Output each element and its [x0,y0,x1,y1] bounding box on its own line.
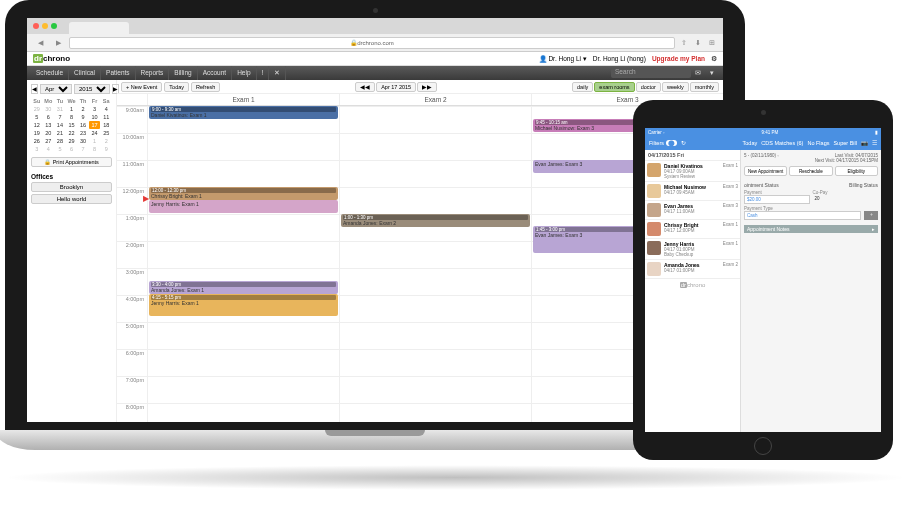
view-weekly-button[interactable]: weekly [662,82,689,92]
list-item[interactable]: Chrissy Bright04/17 12:00PMExam 1 [645,220,740,239]
office-item[interactable]: Brooklyn [31,182,112,192]
calendar-day[interactable]: 6 [43,113,55,121]
calendar-day[interactable]: 9 [100,145,112,153]
browser-tab[interactable] [69,22,129,34]
year-select[interactable]: 2015 [74,84,110,94]
appointment-block[interactable]: 9:00 - 9:30 amDaniel Kivatinos: Exam 1 [149,106,338,119]
payment-field[interactable]: $20.00 [744,195,810,204]
minimize-icon[interactable] [42,23,48,29]
calendar-day[interactable]: 5 [31,113,43,121]
calendar-day[interactable]: 19 [31,129,43,137]
calendar-day[interactable]: 1 [66,105,78,113]
view-doctor-button[interactable]: doctor [636,82,661,92]
calendar-day[interactable]: 2 [100,137,112,145]
prev-month-button[interactable]: ◀ [31,84,38,94]
filters-button[interactable]: Filters ⬤ [649,140,677,146]
list-item[interactable]: Jenny Harris04/17 01:00PMBaby CheckupExa… [645,239,740,260]
calendar-day[interactable]: 29 [66,137,78,145]
month-select[interactable]: Apr [40,84,72,94]
current-date[interactable]: Apr 17 2015 [376,82,416,92]
nav-clinical[interactable]: Clinical [69,66,101,80]
calendar-day[interactable]: 31 [54,105,66,113]
nav-icon[interactable]: ! [257,66,270,80]
payment-type-field[interactable]: Cash [744,211,861,220]
calendar-day[interactable]: 7 [77,145,89,153]
nav-reports[interactable]: Reports [136,66,170,80]
today-button[interactable]: Today [164,82,189,92]
close-icon[interactable] [33,23,39,29]
calendar-day[interactable]: 1 [89,137,101,145]
add-payment-button[interactable]: ＋ [864,211,878,220]
back-icon[interactable]: ◀ [33,37,47,49]
calendar-day[interactable]: 29 [31,105,43,113]
appointment-list[interactable]: 04/17/2015 Fri Daniel Kivatinos04/17 09:… [645,150,741,432]
search-input[interactable]: Search [611,68,691,78]
eligibility-button[interactable]: Eligibility [835,166,878,176]
calendar-day[interactable]: 23 [77,129,89,137]
download-icon[interactable]: ⬇ [693,39,703,47]
appointment-block[interactable]: 1:00 - 1:30 pmAmanda Jones: Exam 2 [341,214,530,227]
calendar-day[interactable]: 3 [31,145,43,153]
calendar-day[interactable]: 12 [31,121,43,129]
flags-button[interactable]: No Flags [807,140,829,146]
calendar-day[interactable]: 22 [66,129,78,137]
upgrade-link[interactable]: Upgrade my Plan [652,55,705,62]
nav-patients[interactable]: Patients [101,66,136,80]
list-item[interactable]: Michael Nusimow04/17 09:45AMExam 3 [645,182,740,201]
toggle-icon[interactable]: ⬤ [666,140,677,146]
next-day-button[interactable]: ▶▶ [417,82,437,92]
view-monthly-button[interactable]: monthly [690,82,719,92]
messages-icon[interactable]: ✉ [691,69,705,77]
calendar-day[interactable]: 5 [54,145,66,153]
cds-matches-button[interactable]: CDS Matches (6) [761,140,803,146]
list-item[interactable]: Daniel Kivatinos04/17 09:00AMSystem Revi… [645,161,740,182]
calendar-day[interactable]: 9 [77,113,89,121]
calendar-day[interactable]: 8 [66,113,78,121]
maximize-icon[interactable] [51,23,57,29]
calendar-day[interactable]: 17 [89,121,101,129]
calendar-day[interactable]: 13 [43,121,55,129]
today-button[interactable]: Today [743,140,758,146]
calendar-day[interactable]: 15 [66,121,78,129]
refresh-icon[interactable]: ↻ [681,140,686,146]
prev-day-button[interactable]: ◀◀ [355,82,375,92]
notes-header[interactable]: Appointment Notes ▸ [744,225,878,233]
calendar-day[interactable]: 4 [100,105,112,113]
calendar-day[interactable]: 11 [100,113,112,121]
reschedule-button[interactable]: Reschedule [789,166,832,176]
appointment-block[interactable]: 12:00 - 12:30 pmChrissy Bright: Exam 1 [149,187,338,200]
appointment-block[interactable]: 4:15 - 5:15 pmJenny Harris: Exam 1 [149,294,338,316]
user-menu-1[interactable]: 👤 Dr. Hong Li ▾ [539,55,587,63]
appointment-block[interactable]: Jenny Harris: Exam 1 [149,200,338,213]
calendar-day[interactable]: 27 [43,137,55,145]
nav-billing[interactable]: Billing [169,66,197,80]
reader-icon[interactable]: ⇧ [679,39,689,47]
gear-icon[interactable]: ⚙ [711,55,717,63]
tabs-icon[interactable]: ⊞ [707,39,717,47]
refresh-button[interactable]: Refresh [191,82,220,92]
calendar-day[interactable]: 20 [43,129,55,137]
calendar-day[interactable]: 24 [89,129,101,137]
calendar-day[interactable]: 7 [54,113,66,121]
new-appointment-button[interactable]: New Appointment [744,166,787,176]
calendar-day[interactable]: 8 [89,145,101,153]
calendar-day[interactable]: 30 [77,137,89,145]
calendar-day[interactable]: 10 [89,113,101,121]
calendar-day[interactable]: 21 [54,129,66,137]
dropdown-icon[interactable]: ▾ [705,69,719,77]
calendar-day[interactable]: 14 [54,121,66,129]
nav-icon[interactable]: ✕ [269,66,286,80]
new-event-button[interactable]: + New Event [121,82,162,92]
address-bar[interactable]: 🔒 drchrono.com [69,37,675,49]
nav-account[interactable]: Account [198,66,233,80]
camera-icon[interactable]: 📷 [861,140,868,146]
calendar-day[interactable]: 25 [100,129,112,137]
nav-help[interactable]: Help [232,66,256,80]
office-item[interactable]: Hello world [31,194,112,204]
calendar-day[interactable]: 28 [54,137,66,145]
view-exam-rooms-button[interactable]: exam rooms [594,82,634,92]
superbill-button[interactable]: Super Bill [833,140,857,146]
nav-schedule[interactable]: Schedule [31,66,69,80]
calendar-day[interactable]: 26 [31,137,43,145]
home-button[interactable] [754,437,772,455]
